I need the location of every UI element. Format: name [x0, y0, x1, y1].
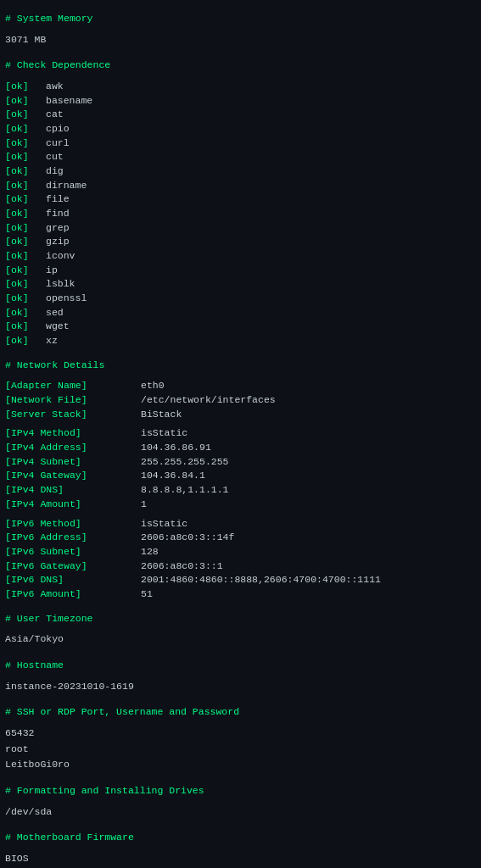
ipv6-item: [IPv6 Address] 2606:a8c0:3::14f: [5, 531, 476, 545]
ipv6-val: 2606:a8c0:3::14f: [141, 531, 234, 545]
dep-ok-bracket: [ok]: [5, 136, 39, 151]
network-item: [Network File] /etc/network/interfaces: [5, 393, 476, 408]
dependency-item: [ok]basename: [5, 94, 476, 108]
dep-ok-bracket: [ok]: [5, 150, 39, 164]
ipv6-key: [IPv6 DNS]: [5, 573, 141, 587]
firmware-value: BIOS: [5, 852, 476, 866]
firmware-section: # Motherboard Firmware BIOS: [5, 831, 476, 868]
dep-name: gzip: [39, 235, 70, 249]
ipv4-key: [IPv4 Subnet]: [5, 455, 141, 470]
check-dependence-header: # Check Dependence: [5, 58, 476, 73]
dep-ok-bracket: [ok]: [5, 306, 39, 320]
ipv6-val: isStatic: [141, 517, 187, 531]
dep-name: sed: [39, 306, 64, 320]
ssh-port: 65432: [5, 726, 476, 741]
dep-name: iconv: [39, 249, 76, 264]
dep-name: dig: [39, 164, 64, 179]
ipv4-key: [IPv4 Gateway]: [5, 469, 141, 483]
dependency-item: [ok]find: [5, 207, 476, 221]
dep-name: cut: [39, 150, 64, 164]
dep-ok-bracket: [ok]: [5, 221, 39, 236]
ssh-header: # SSH or RDP Port, Username and Password: [5, 705, 476, 720]
dependency-item: [ok]dirname: [5, 179, 476, 193]
ipv4-key: [IPv4 DNS]: [5, 483, 141, 498]
net-key: [Server Stack]: [5, 408, 141, 422]
ipv4-val: 255.255.255.255: [141, 455, 229, 470]
dependency-list: [ok]awk[ok]basename[ok]cat[ok]cpio[ok]cu…: [5, 80, 476, 348]
ssh-section: # SSH or RDP Port, Username and Password…: [5, 705, 476, 779]
dep-ok-bracket: [ok]: [5, 292, 39, 306]
dep-name: xz: [39, 334, 58, 348]
ipv6-item: [IPv6 Gateway] 2606:a8c0:3::1: [5, 559, 476, 574]
ipv6-val: 128: [141, 545, 159, 559]
dependency-item: [ok]openssl: [5, 292, 476, 306]
ssh-user: root: [5, 743, 476, 757]
dep-name: cat: [39, 108, 64, 122]
user-timezone-header: # User Timezone: [5, 612, 476, 626]
firmware-header: # Motherboard Firmware: [5, 831, 476, 845]
dep-ok-bracket: [ok]: [5, 249, 39, 264]
formatting-header: # Formatting and Installing Drives: [5, 784, 476, 798]
dep-ok-bracket: [ok]: [5, 164, 39, 179]
ssh-pass: LeitboGi0ro: [5, 758, 476, 772]
ipv4-key: [IPv4 Method]: [5, 426, 141, 441]
dependency-item: [ok]ip: [5, 264, 476, 278]
ipv6-key: [IPv6 Method]: [5, 517, 141, 531]
ipv6-item: [IPv6 Method] isStatic: [5, 517, 476, 531]
ipv6-list: [IPv6 Method] isStatic[IPv6 Address] 260…: [5, 517, 476, 602]
dep-ok-bracket: [ok]: [5, 277, 39, 292]
ipv4-item: [IPv4 Method] isStatic: [5, 426, 476, 441]
dependency-item: [ok]file: [5, 192, 476, 207]
drive-value: /dev/sda: [5, 805, 476, 820]
net-key: [Network File]: [5, 393, 141, 408]
dependency-item: [ok]dig: [5, 164, 476, 179]
ipv6-item: [IPv6 Subnet] 128: [5, 545, 476, 559]
dep-name: cpio: [39, 122, 70, 136]
ipv6-key: [IPv6 Subnet]: [5, 545, 141, 559]
dep-name: openssl: [39, 292, 87, 306]
ipv4-item: [IPv4 DNS] 8.8.8.8,1.1.1.1: [5, 483, 476, 498]
network-item: [Server Stack] BiStack: [5, 408, 476, 422]
network-details-section: # Network Details [Adapter Name] eth0[Ne…: [5, 359, 476, 607]
dep-name: curl: [39, 136, 70, 151]
dep-name: file: [39, 192, 70, 207]
dependency-item: [ok]wget: [5, 320, 476, 334]
dep-ok-bracket: [ok]: [5, 264, 39, 278]
net-val: eth0: [141, 379, 165, 393]
network-item: [Adapter Name] eth0: [5, 379, 476, 393]
dep-name: find: [39, 207, 70, 221]
dependency-item: [ok]curl: [5, 136, 476, 151]
system-memory-header: # System Memory: [5, 12, 476, 26]
net-val: BiStack: [141, 408, 182, 422]
check-dependence-section: # Check Dependence [ok]awk[ok]basename[o…: [5, 58, 476, 353]
network-details-header: # Network Details: [5, 359, 476, 373]
ipv6-key: [IPv6 Gateway]: [5, 559, 141, 574]
ipv4-item: [IPv4 Subnet] 255.255.255.255: [5, 455, 476, 470]
dependency-item: [ok]cat: [5, 108, 476, 122]
user-timezone-value: Asia/Tokyo: [5, 632, 476, 647]
dep-ok-bracket: [ok]: [5, 334, 39, 348]
dep-ok-bracket: [ok]: [5, 108, 39, 122]
dep-ok-bracket: [ok]: [5, 207, 39, 221]
dep-name: lsblk: [39, 277, 76, 292]
ipv4-item: [IPv4 Gateway] 104.36.84.1: [5, 469, 476, 483]
dependency-item: [ok]cut: [5, 150, 476, 164]
ipv6-key: [IPv6 Amount]: [5, 587, 141, 602]
ipv4-val: isStatic: [141, 426, 187, 441]
net-val: /etc/network/interfaces: [141, 393, 276, 408]
dep-name: grep: [39, 221, 70, 236]
dep-name: dirname: [39, 179, 87, 193]
net-key: [Adapter Name]: [5, 379, 141, 393]
system-memory-value: 3071 MB: [5, 33, 476, 47]
ipv6-val: 51: [141, 587, 153, 602]
dep-ok-bracket: [ok]: [5, 235, 39, 249]
ipv6-item: [IPv6 DNS] 2001:4860:4860::8888,2606:470…: [5, 573, 476, 587]
dep-ok-bracket: [ok]: [5, 320, 39, 334]
ipv4-val: 8.8.8.8,1.1.1.1: [141, 483, 229, 498]
ipv6-val: 2606:a8c0:3::1: [141, 559, 223, 574]
ipv4-val: 104.36.84.1: [141, 469, 205, 483]
ipv4-list: [IPv4 Method] isStatic[IPv4 Address] 104…: [5, 426, 476, 511]
dep-ok-bracket: [ok]: [5, 192, 39, 207]
dependency-item: [ok]sed: [5, 306, 476, 320]
dependency-item: [ok]xz: [5, 334, 476, 348]
